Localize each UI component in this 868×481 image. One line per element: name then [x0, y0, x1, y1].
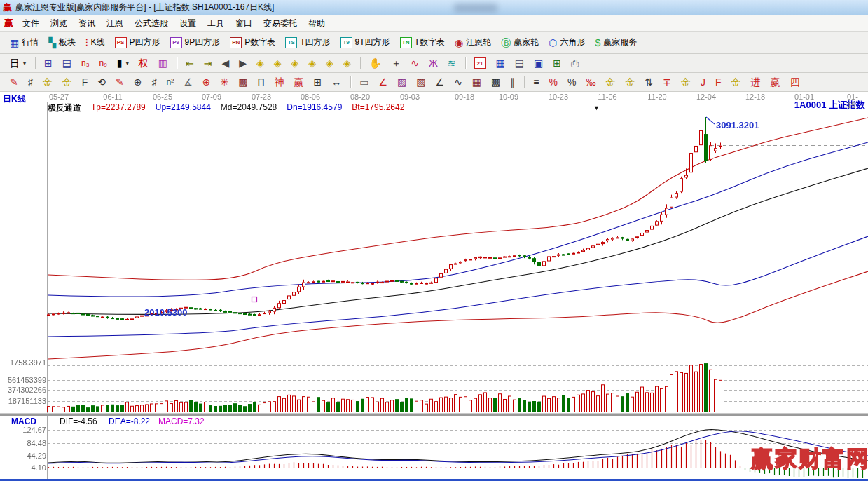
- zigzag-icon[interactable]: ∿: [450, 75, 467, 89]
- next-bar-icon[interactable]: ▶: [235, 56, 251, 70]
- rect-tool-icon[interactable]: ▭: [355, 75, 373, 89]
- calendar-icon[interactable]: 21: [470, 55, 490, 71]
- grid-box-icon[interactable]: ▦: [468, 75, 485, 89]
- golden-angle-icon[interactable]: 金: [677, 75, 695, 89]
- menu-item-9[interactable]: 帮助: [303, 16, 331, 31]
- calculator-icon[interactable]: ▦: [492, 56, 509, 70]
- pressure-support-icon[interactable]: ∓: [659, 75, 675, 89]
- measure-grid-icon[interactable]: Π: [253, 75, 268, 89]
- zoom-all-shrink-icon[interactable]: ◈: [339, 56, 355, 70]
- price-axis-label: 1758.3971: [3, 358, 46, 367]
- gann-circle-icon[interactable]: ⊕: [198, 75, 215, 89]
- t-square-button[interactable]: TST四方形: [281, 34, 334, 50]
- pattern-search-icon[interactable]: ≋: [443, 56, 460, 70]
- color-volume-icon[interactable]: ▥: [154, 56, 172, 70]
- grid-box2-icon[interactable]: ▩: [487, 75, 504, 89]
- menu-item-0[interactable]: 文件: [17, 16, 45, 31]
- marker-pen-icon[interactable]: ✎: [111, 75, 128, 89]
- last-bar-icon[interactable]: ⇥: [200, 56, 216, 70]
- percent-retrace-icon[interactable]: %: [545, 75, 562, 89]
- golden-line-icon[interactable]: 金: [621, 75, 639, 89]
- percent-icon[interactable]: %: [563, 75, 580, 89]
- parallel-lines-icon-glyph: ∥: [510, 77, 515, 87]
- f-line-icon[interactable]: F: [711, 75, 726, 89]
- jin-angle-icon[interactable]: 进: [746, 75, 764, 89]
- gann-fan-icon[interactable]: ∠: [375, 75, 392, 89]
- 9t-square-button[interactable]: T99T四方形: [336, 34, 394, 50]
- kline-button[interactable]: ⫶K线: [81, 34, 109, 50]
- menu-item-1[interactable]: 浏览: [45, 16, 73, 31]
- restore-rights-icon[interactable]: 权: [135, 56, 153, 70]
- next-bar-icon-glyph: ▶: [239, 58, 247, 68]
- printer-icon[interactable]: ⎙: [567, 56, 583, 70]
- gann-grid-icon-glyph: ♯: [28, 77, 33, 87]
- box-fan-icon[interactable]: ▨: [393, 75, 411, 89]
- 9p-square-button[interactable]: P99P四方形: [166, 34, 225, 50]
- macd-axis-label-2: 44.29: [3, 452, 46, 460]
- menu-item-6[interactable]: 工具: [202, 16, 230, 31]
- notes-icon[interactable]: ▤: [511, 56, 528, 70]
- zoom-all-expand-icon[interactable]: ◈: [322, 56, 338, 70]
- si-angle-icon[interactable]: 四: [785, 75, 804, 89]
- gold-grid-icon[interactable]: 金: [39, 75, 57, 89]
- prev-bar-icon[interactable]: ◀: [217, 56, 233, 70]
- volume-distribution-icon[interactable]: ⇅: [640, 75, 657, 89]
- mini-chart-9-icon[interactable]: n₉: [95, 56, 111, 70]
- shen-grid-icon[interactable]: 神: [270, 75, 289, 89]
- angle-line-icon[interactable]: ∠: [432, 75, 449, 89]
- p-square-button[interactable]: PSP四方形: [111, 34, 165, 50]
- t-number-button[interactable]: TNT数字表: [396, 34, 449, 50]
- zoom-left-icon[interactable]: ◈: [252, 56, 268, 70]
- info-list-icon[interactable]: ▤: [58, 56, 76, 70]
- width-measure-icon[interactable]: ↔: [327, 75, 345, 89]
- first-bar-icon[interactable]: ⇤: [181, 56, 198, 70]
- menu-item-2[interactable]: 资讯: [73, 16, 101, 31]
- n-squared-icon[interactable]: n²: [163, 75, 179, 89]
- zoom-right-icon[interactable]: ◈: [270, 56, 286, 70]
- golden-circle-icon[interactable]: 金: [601, 75, 619, 89]
- pattern-window-icon[interactable]: ⊞: [40, 56, 57, 70]
- spiral-icon[interactable]: ⟲: [93, 75, 110, 89]
- brush-tool-icon[interactable]: ✎: [6, 75, 22, 89]
- zoom-h-expand-icon[interactable]: ◈: [287, 56, 303, 70]
- box-web-icon[interactable]: ▧: [412, 75, 429, 89]
- mini-chart-3-icon[interactable]: n₃: [77, 56, 94, 70]
- overlay-compare-icon[interactable]: ∿: [406, 56, 423, 70]
- ruler-123-icon[interactable]: ⊞: [310, 75, 326, 89]
- gann-wheel-button[interactable]: ◉江恩轮: [450, 34, 495, 50]
- menu-item-8[interactable]: 交易委托: [258, 16, 303, 31]
- f-grid-icon[interactable]: F: [78, 75, 92, 89]
- candle-style-dropdown[interactable]: ▮▾: [113, 56, 133, 70]
- quotes-button[interactable]: ▦行情: [6, 34, 43, 50]
- percent-line-icon[interactable]: ‰: [581, 75, 600, 89]
- winner-service-button[interactable]: $赢家服务: [591, 34, 641, 50]
- drag-hand-icon[interactable]: ✋: [365, 56, 385, 70]
- ying-grid-icon[interactable]: 赢: [290, 75, 308, 89]
- parallel-lines-icon[interactable]: ∥: [506, 75, 519, 89]
- angle-mirror-icon[interactable]: ∡: [179, 75, 197, 89]
- circle-grid-icon[interactable]: ⊕: [130, 75, 146, 89]
- wave-tool-icon[interactable]: Ж: [425, 56, 442, 70]
- spiderweb-icon[interactable]: ✳: [216, 75, 233, 89]
- j-line-icon[interactable]: J: [696, 75, 710, 89]
- ying-angle-icon[interactable]: 赢: [766, 75, 784, 89]
- gann-grid-icon[interactable]: ♯: [24, 75, 37, 89]
- golden-angle2-icon[interactable]: 金: [726, 75, 745, 89]
- statistics-icon[interactable]: ≡: [529, 75, 543, 89]
- square-web-icon[interactable]: ▩: [234, 75, 252, 89]
- menu-item-5[interactable]: 设置: [174, 16, 202, 31]
- save-icon[interactable]: ▣: [530, 56, 547, 70]
- hash-grid-icon[interactable]: ♯: [148, 75, 161, 89]
- p-number-button[interactable]: PNP数字表: [226, 34, 280, 50]
- hexagon-button[interactable]: ⬡六角形: [544, 34, 589, 50]
- crosshair-icon[interactable]: ＋: [387, 56, 405, 70]
- menu-item-4[interactable]: 公式选股: [129, 16, 174, 31]
- sectors-button[interactable]: ▚板块: [44, 34, 80, 50]
- menu-item-3[interactable]: 江恩: [101, 16, 129, 31]
- menu-item-7[interactable]: 窗口: [230, 16, 258, 31]
- period-day-dropdown[interactable]: 日▾: [6, 56, 30, 70]
- gold-grid2-icon[interactable]: 金: [58, 75, 76, 89]
- system-windows-icon[interactable]: ⊞: [549, 56, 565, 70]
- zoom-h-shrink-icon[interactable]: ◈: [304, 56, 320, 70]
- winner-wheel-button[interactable]: Ⓑ赢家轮: [497, 34, 543, 50]
